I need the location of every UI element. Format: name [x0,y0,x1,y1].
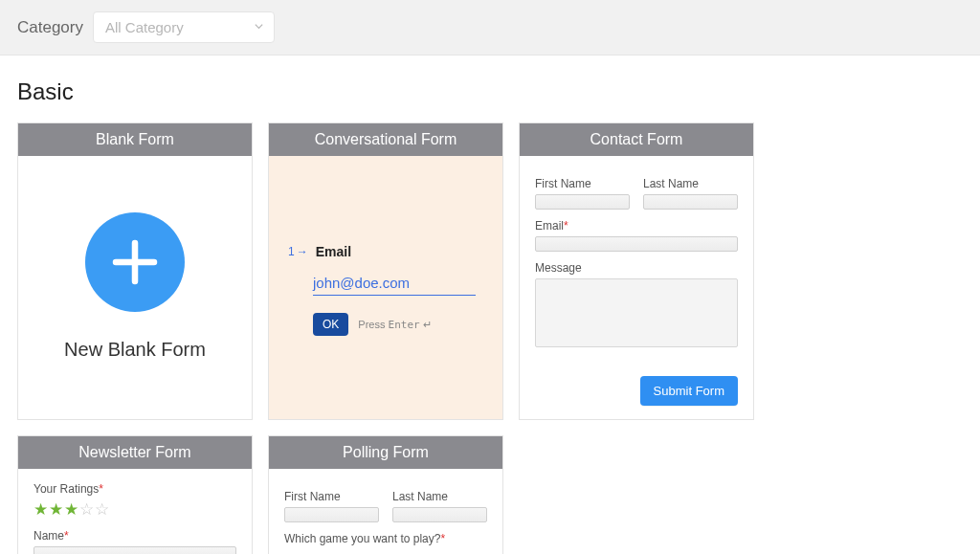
card-polling-form[interactable]: Polling Form First Name Last Name Which … [268,435,503,554]
plus-icon [85,212,185,312]
star-icon[interactable]: ★ [33,499,48,520]
blank-form-caption: New Blank Form [64,339,206,361]
poll-question-label: Which game you want to play?* [284,532,487,545]
star-icon[interactable]: ★ [64,499,78,520]
enter-hint: Press Enter ↵ [358,319,431,331]
first-name-label: First Name [284,490,379,503]
card-header: Blank Form [18,123,252,156]
card-header: Contact Form [520,123,753,156]
card-blank-form[interactable]: Blank Form New Blank Form [17,122,253,420]
card-conversational-form[interactable]: Conversational Form 1 → Email john@doe.c… [268,122,503,420]
email-input[interactable] [535,236,738,252]
email-label: Email* [535,219,738,233]
first-name-input[interactable] [284,507,379,522]
ratings-label: Your Ratings* [33,482,236,496]
card-contact-form[interactable]: Contact Form First Name Last Name Email* [519,122,754,420]
message-textarea[interactable] [535,278,738,347]
name-input[interactable] [33,546,236,554]
card-header: Polling Form [269,436,502,469]
first-name-input[interactable] [535,194,630,210]
submit-form-button[interactable]: Submit Form [640,376,738,406]
category-label: Category [17,18,83,37]
card-newsletter-form[interactable]: Newsletter Form Your Ratings* ★ ★ ★ ☆ ☆ … [17,435,253,554]
first-name-label: First Name [535,177,630,190]
star-rating[interactable]: ★ ★ ★ ☆ ☆ [33,499,236,520]
message-label: Message [535,261,738,275]
section-title: Basic [17,78,963,105]
last-name-input[interactable] [392,507,487,522]
name-label: Name* [33,529,236,543]
star-icon[interactable]: ★ [49,499,63,520]
chevron-down-icon [254,21,264,34]
last-name-label: Last Name [643,177,738,190]
email-field[interactable]: john@doe.com [313,273,476,296]
ok-button[interactable]: OK [313,313,348,336]
arrow-right-icon: → [297,245,308,258]
step-indicator: 1 → [288,245,308,258]
card-header: Conversational Form [269,123,502,156]
last-name-input[interactable] [643,194,738,210]
question-label: Email [316,244,351,259]
category-select[interactable]: All Category [93,11,275,43]
star-icon[interactable]: ☆ [79,499,94,520]
last-name-label: Last Name [392,490,487,503]
category-select-value: All Category [105,19,184,35]
card-header: Newsletter Form [18,436,252,469]
star-icon[interactable]: ☆ [95,499,109,520]
